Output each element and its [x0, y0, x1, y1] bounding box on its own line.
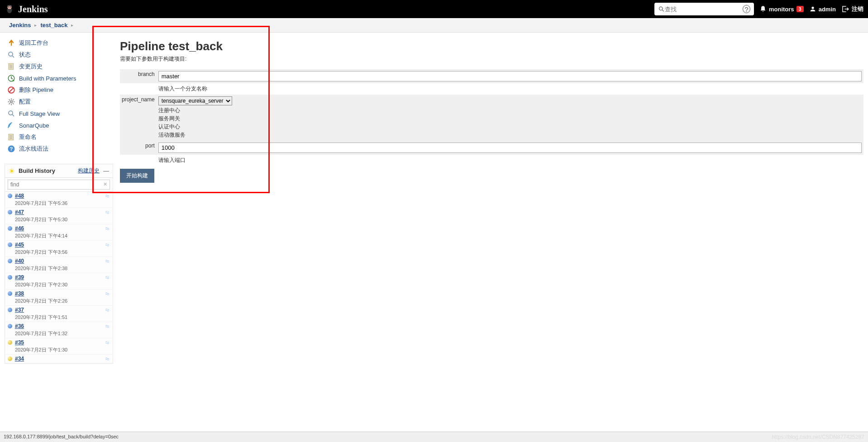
task-label[interactable]: 变更历史 [19, 62, 43, 71]
param-branch-input[interactable] [158, 71, 862, 81]
build-history-item[interactable]: #482020年7月2日 下午5:36 [5, 192, 113, 208]
status-ball-icon [8, 242, 12, 247]
breadcrumb-item[interactable]: test_back [40, 22, 67, 29]
sidebar-task-full-stage[interactable]: Full Stage View [5, 108, 113, 119]
param-port-input[interactable] [158, 143, 862, 153]
build-history-item[interactable]: #452020年7月2日 下午3:56 [5, 241, 113, 257]
forbidden-icon [7, 86, 15, 94]
task-label[interactable]: 重命名 [19, 133, 37, 141]
task-label[interactable]: 返回工作台 [19, 39, 48, 47]
build-history-trend[interactable]: 构建历史 [78, 167, 100, 175]
task-label[interactable]: Build with Parameters [19, 75, 76, 82]
gear-icon [7, 98, 15, 106]
build-number-link[interactable]: #38 [15, 290, 24, 297]
task-label[interactable]: 删除 Pipeline [19, 86, 53, 94]
search-icon [7, 51, 15, 59]
status-ball-icon [8, 210, 12, 214]
svg-point-17 [10, 101, 13, 103]
user-icon [809, 5, 816, 13]
param-project-label: project_name [120, 95, 157, 141]
build-history-item[interactable]: #472020年7月2日 下午5:30 [5, 208, 113, 224]
svg-rect-3 [7, 5, 11, 6]
build-history-item[interactable]: #402020年7月2日 下午2:38 [5, 257, 113, 273]
page-title: Pipeline test_back [120, 39, 863, 53]
sidebar-task-back[interactable]: 返回工作台 [5, 37, 113, 49]
build-number-link[interactable]: #46 [15, 225, 24, 232]
user-link[interactable]: admin [809, 5, 836, 13]
clear-icon[interactable]: ✕ [103, 181, 107, 187]
sidebar-task-sonarqube[interactable]: SonarQube [5, 119, 113, 131]
svg-point-4 [659, 7, 663, 10]
help-icon[interactable]: ? [743, 5, 750, 13]
sidebar-task-build-params[interactable]: Build with Parameters [5, 72, 113, 84]
build-number-link[interactable]: #34 [15, 356, 24, 362]
sonar-icon [7, 121, 15, 129]
build-history-search[interactable] [8, 180, 110, 190]
param-port-label: port [120, 141, 157, 155]
build-time: 2020年7月2日 下午5:36 [8, 199, 110, 207]
build-number-link[interactable]: #35 [15, 339, 24, 346]
param-project-select[interactable]: tensquare_eureka_server [158, 96, 232, 105]
logo[interactable]: Jenkins [5, 4, 48, 14]
svg-line-32 [13, 172, 14, 172]
svg-point-26 [10, 170, 13, 172]
sidebar-task-status[interactable]: 状态 [5, 49, 113, 61]
status-ball-icon [8, 308, 12, 312]
task-label[interactable]: 配置 [19, 98, 31, 106]
build-history-item[interactable]: #34 [5, 355, 113, 363]
task-label[interactable]: 流水线语法 [19, 145, 48, 153]
task-label[interactable]: 状态 [19, 51, 31, 59]
bell-icon [759, 5, 767, 13]
build-number-link[interactable]: #45 [15, 242, 24, 248]
sidebar-task-changes[interactable]: 变更历史 [5, 61, 113, 72]
task-label[interactable]: SonarQube [19, 122, 49, 129]
page-subtitle: 需要如下参数用于构建项目: [120, 55, 863, 63]
status-ball-icon [8, 226, 12, 231]
breadcrumb: Jenkins ▸ test_back ▸ [0, 18, 868, 33]
svg-line-34 [13, 169, 14, 169]
monitors-label: monitors [769, 6, 794, 13]
build-history-item[interactable]: #382020年7月2日 下午2:26 [5, 290, 113, 306]
option-description: 活动微服务 [158, 131, 862, 139]
monitors-link[interactable]: monitors 3 [759, 5, 804, 13]
sidebar-task-configure[interactable]: 配置 [5, 96, 113, 108]
svg-line-31 [10, 169, 10, 169]
progress-icon [105, 324, 110, 329]
progress-icon [105, 356, 110, 362]
build-history-item[interactable]: #362020年7月2日 下午1:32 [5, 322, 113, 338]
build-history-item[interactable]: #392020年7月2日 下午2:30 [5, 273, 113, 290]
logo-text: Jenkins [18, 4, 48, 14]
build-number-link[interactable]: #47 [15, 209, 24, 215]
status-ball-icon [8, 356, 12, 361]
build-history-item[interactable]: #352020年7月2日 下午1:30 [5, 338, 113, 355]
build-number-link[interactable]: #37 [15, 307, 24, 313]
task-label[interactable]: Full Stage View [19, 110, 60, 117]
build-time: 2020年7月2日 下午2:38 [8, 264, 110, 272]
svg-text:?: ? [10, 146, 13, 152]
sidebar-task-rename[interactable]: 重命名 [5, 131, 113, 143]
jenkins-icon [5, 4, 14, 14]
logout-link[interactable]: 注销 [841, 5, 863, 13]
logout-icon [841, 5, 849, 13]
search-input[interactable] [665, 6, 741, 13]
sidebar-task-delete-pipeline[interactable]: 删除 Pipeline [5, 84, 113, 96]
svg-point-7 [9, 52, 13, 56]
build-number-link[interactable]: #39 [15, 274, 24, 280]
progress-icon [105, 308, 110, 313]
sidebar-task-syntax[interactable]: ?流水线语法 [5, 143, 113, 155]
build-button[interactable]: 开始构建 [120, 169, 154, 183]
build-history-item[interactable]: #372020年7月2日 下午1:51 [5, 306, 113, 322]
build-time: 2020年7月2日 下午1:30 [8, 346, 110, 353]
build-number-link[interactable]: #48 [15, 193, 24, 199]
breadcrumb-root[interactable]: Jenkins [9, 22, 31, 29]
build-history-item[interactable]: #462020年7月2日 下午4:14 [5, 224, 113, 241]
build-time: 2020年7月2日 下午1:51 [8, 313, 110, 321]
build-number-link[interactable]: #36 [15, 323, 24, 329]
search-box[interactable]: ? [654, 3, 754, 15]
status-ball-icon [8, 275, 12, 280]
build-number-link[interactable]: #40 [15, 258, 24, 264]
svg-point-1 [8, 7, 9, 8]
main-content: Pipeline test_back 需要如下参数用于构建项目: branch … [113, 33, 868, 368]
collapse-icon[interactable]: — [103, 167, 109, 174]
svg-line-33 [10, 172, 10, 172]
